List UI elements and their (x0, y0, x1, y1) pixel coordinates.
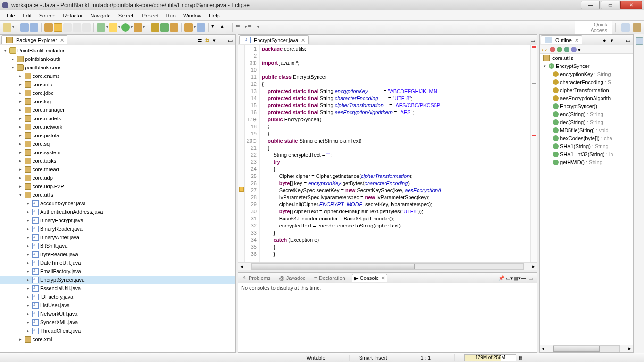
outline-member[interactable]: cipherTransformation (540, 86, 633, 94)
toggle-breadcrumb-button[interactable] (44, 23, 53, 32)
tree-package[interactable]: ▸core.jdbc (0, 89, 235, 97)
new-button[interactable] (3, 23, 11, 32)
tree-srcfolder-pointblank-auth[interactable]: ▸pointblank-auth (0, 55, 235, 63)
tree-package[interactable]: ▸core.thread (0, 165, 235, 174)
minimize-button[interactable]: — (581, 1, 600, 9)
prev-annotation-button[interactable]: ▴ (221, 23, 229, 32)
forward-button[interactable]: ⇨ (248, 23, 256, 32)
tree-package[interactable]: ▸core.log (0, 97, 235, 106)
tree-javafile[interactable]: ▸AuthenticationAddress.java (0, 208, 235, 216)
focus-button[interactable]: ● (603, 37, 610, 43)
maximize-view-button[interactable]: ▭ (528, 275, 535, 281)
outline-member[interactable]: SHA1(String) : String (540, 142, 633, 150)
quick-access-input[interactable]: Quick Access (575, 20, 612, 34)
hide-fields-button[interactable] (550, 47, 555, 52)
tree-package[interactable]: ▸core.udp (0, 174, 235, 182)
outline-horizontal-scrollbar[interactable]: ◂ ▸ (540, 345, 633, 352)
overview-ruler[interactable] (530, 45, 537, 262)
maximize-button[interactable]: ▭ (601, 1, 619, 9)
menu-help[interactable]: Help (205, 12, 224, 19)
tree-javafile[interactable]: ▸IDFactory.java (0, 293, 235, 301)
outline-member[interactable]: SHA1_int32(String) : in (540, 150, 633, 158)
save-all-button[interactable] (30, 23, 38, 32)
maximize-view-button[interactable]: ▭ (626, 37, 632, 43)
outline-package[interactable]: core.utils (540, 54, 633, 62)
outline-member[interactable]: MD5file(String) : void (540, 126, 633, 134)
tree-package[interactable]: ▸core.xml (0, 335, 235, 344)
task-list-trim-icon[interactable] (636, 37, 643, 45)
tree-javafile[interactable]: ▸EssencialUtil.java (0, 284, 235, 293)
search-button[interactable] (197, 23, 205, 32)
tree-package[interactable]: ▸core.manager (0, 106, 235, 114)
bottom-tab-console[interactable]: ▶Console ✕ (352, 274, 387, 282)
minimize-view-button[interactable]: — (521, 275, 527, 281)
tree-javafile[interactable]: ▸BinaryWriter.java (0, 233, 235, 242)
tree-srcfolder-pointblank-core[interactable]: ▾pointblank-core (0, 63, 235, 72)
link-editor-button[interactable]: ⇆ (205, 37, 212, 43)
editor-horizontal-scrollbar[interactable]: ◂ ▸ (238, 262, 537, 270)
menu-run[interactable]: Run (162, 12, 179, 19)
tree-package[interactable]: ▸core.models (0, 114, 235, 123)
new-package-button[interactable] (151, 23, 159, 32)
open-type-button[interactable] (170, 23, 178, 32)
outline-member[interactable]: EncryptSyncer() (540, 102, 633, 110)
tree-package-expanded[interactable]: ▾core.utils (0, 191, 235, 199)
console-new-button[interactable]: ▤▾ (513, 275, 520, 281)
minimize-view-button[interactable]: — (618, 37, 625, 43)
open-perspective-button[interactable] (621, 23, 630, 32)
package-explorer-tab[interactable]: Package Explorer ✕ (1, 35, 67, 44)
tree-project[interactable]: ▾PointBlankEmulador (0, 46, 235, 55)
java-perspective-button[interactable] (633, 23, 641, 32)
new-class-button[interactable] (160, 23, 169, 32)
menu-search[interactable]: Search (115, 12, 139, 19)
outline-menu-button[interactable]: ▾ (578, 47, 585, 52)
outline-tab[interactable]: Outline ✕ (541, 35, 582, 44)
close-icon[interactable]: ✕ (575, 37, 579, 43)
tree-javafile[interactable]: ▸ByteReader.java (0, 250, 235, 259)
gc-icon[interactable]: 🗑 (518, 355, 523, 361)
minimize-editor-button[interactable]: — (523, 37, 529, 43)
tree-javafile[interactable]: ▸EncryptSyncer.java (0, 276, 235, 284)
close-icon[interactable]: ✕ (60, 37, 64, 43)
outline-member[interactable]: hexCodes(byte[]) : cha (540, 134, 633, 142)
word-wrap-button[interactable] (82, 23, 91, 32)
tree-package[interactable]: ▸core.enums (0, 72, 235, 80)
outline-member[interactable]: dec(String) : String (540, 118, 633, 126)
menu-file[interactable]: File (3, 12, 19, 19)
code-content[interactable]: package core.utils; import java.io.*; pu… (260, 45, 530, 262)
hide-nonpublic-button[interactable] (564, 47, 569, 52)
view-menu-button[interactable]: ▾ (213, 37, 219, 43)
outline-member[interactable]: encryptionKey : String (540, 70, 633, 78)
tree-package[interactable]: ▸core.info (0, 80, 235, 89)
bottom-tab-problems[interactable]: ⚠Problems (240, 274, 272, 282)
collapse-all-button[interactable]: ⇄ (198, 37, 204, 43)
close-button[interactable]: ✕ (620, 1, 642, 9)
package-explorer-tree[interactable]: ▾PointBlankEmulador▸pointblank-auth▾poin… (0, 45, 235, 352)
close-icon[interactable]: ✕ (301, 37, 305, 43)
tree-javafile[interactable]: ▸BinaryEncrypt.java (0, 216, 235, 225)
menu-window[interactable]: Window (179, 12, 205, 19)
console-display-button[interactable]: ▭▾ (506, 275, 512, 281)
view-menu-button[interactable]: ▾ (611, 37, 617, 43)
block-selection-button[interactable] (63, 23, 72, 32)
menu-navigate[interactable]: Navigate (86, 12, 114, 19)
bottom-tab-javadoc[interactable]: @Javadoc (277, 274, 307, 282)
tree-package[interactable]: ▸core.udp.P2P (0, 182, 235, 191)
tree-package[interactable]: ▸core.network (0, 123, 235, 131)
tree-package[interactable]: ▸core.system (0, 148, 235, 157)
tree-javafile[interactable]: ▸BitShift.java (0, 242, 235, 250)
code-editor[interactable]: 123⊕1011121314151617⊖181920⊖212223242526… (238, 45, 537, 262)
close-icon[interactable]: ✕ (381, 275, 385, 281)
run-last-button[interactable] (134, 23, 142, 32)
menu-project[interactable]: Project (139, 12, 162, 19)
outline-member[interactable]: characterEncoding : S (540, 78, 633, 86)
save-button[interactable] (20, 23, 29, 32)
tree-package[interactable]: ▸core.pistola (0, 131, 235, 140)
hide-static-button[interactable] (557, 47, 562, 52)
next-annotation-button[interactable]: ▾ (211, 23, 220, 32)
maximize-editor-button[interactable]: ▭ (530, 37, 537, 43)
status-heap[interactable]: 179M of 256M 🗑 (454, 354, 533, 361)
tree-package[interactable]: ▸core.sql (0, 140, 235, 148)
console-pin-button[interactable]: 📌 (498, 275, 505, 281)
outline-member[interactable]: getHWID() : String (540, 158, 633, 166)
